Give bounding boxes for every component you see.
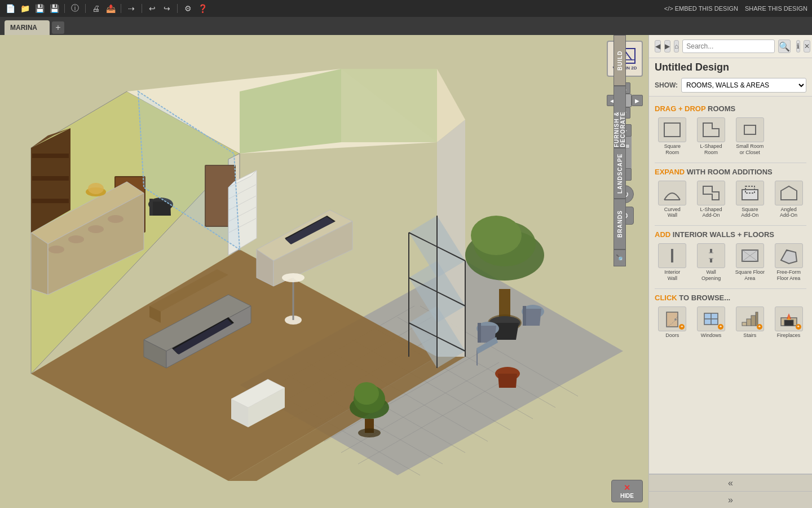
svg-marker-77 — [498, 374, 517, 388]
item-doors[interactable]: + Doors — [655, 306, 690, 339]
svg-point-126 — [674, 318, 677, 321]
svg-point-82 — [354, 382, 379, 405]
collapse-up-button[interactable]: « — [649, 474, 812, 491]
panel-close-button[interactable]: ✕ — [804, 40, 810, 52]
divider1 — [655, 163, 806, 163]
item-windows[interactable]: + Windows — [694, 306, 729, 339]
toolbar-right: </> EMBED THIS DESIGN SHARE THIS DESIGN — [664, 5, 807, 12]
export-icon[interactable]: 📤 — [105, 3, 116, 14]
svg-marker-109 — [703, 123, 719, 137]
svg-rect-87 — [32, 154, 69, 158]
side-tab-build[interactable]: BUILD — [614, 35, 626, 86]
panel-search-button[interactable]: 🔍 — [778, 40, 791, 53]
item-stairs[interactable]: + Stairs — [732, 306, 768, 339]
item-l-shaped-addon[interactable]: L-ShapedAdd-On — [694, 181, 729, 219]
svg-rect-88 — [32, 176, 69, 181]
doors-icon: + — [658, 306, 686, 331]
svg-marker-72 — [478, 323, 481, 343]
stairs-icon: + — [736, 306, 764, 331]
svg-marker-124 — [781, 250, 797, 264]
svg-marker-75 — [523, 306, 526, 326]
help-icon[interactable]: ❓ — [197, 3, 208, 14]
section-expand-title: EXPAND WITH ROOM ADDITIONS — [655, 168, 806, 176]
side-tab-search[interactable]: 🔍 — [614, 249, 626, 266]
divider3 — [655, 288, 806, 289]
info-icon[interactable]: ⓘ — [69, 3, 81, 14]
main-area: VIEW IN 2D ▲ ◀ ▶ ▼ + - ↻ ⚙ — [0, 35, 812, 508]
panel-forward-button[interactable]: ▶ — [664, 40, 670, 52]
item-angled-addon[interactable]: AngledAdd-On — [771, 181, 806, 219]
share-icon[interactable]: ⇢ — [126, 3, 137, 14]
svg-point-98 — [108, 215, 123, 223]
square-room-icon — [658, 117, 686, 142]
show-select[interactable]: ROOMS, WALLS & AREAS FLOORS ROOF ELECTRI… — [681, 78, 806, 93]
angled-addon-icon — [775, 181, 803, 205]
hide-x-icon: ✕ — [624, 483, 630, 492]
svg-point-65 — [471, 216, 522, 255]
section-interior-title: ADD INTERIOR WALLS + FLOORS — [655, 230, 806, 239]
settings-icon[interactable]: ⚙ — [182, 3, 193, 14]
svg-marker-74 — [524, 309, 541, 326]
l-shaped-room-icon — [697, 117, 725, 142]
hide-button[interactable]: ✕ HIDE — [611, 480, 643, 502]
tabbar: MARINA + — [0, 17, 812, 35]
print-icon[interactable]: 🖨 — [90, 3, 102, 14]
redo-icon[interactable]: ↪ — [161, 3, 173, 14]
square-floor-icon — [736, 243, 764, 268]
freeform-floor-icon — [775, 243, 803, 268]
canvas[interactable]: VIEW IN 2D ▲ ◀ ▶ ▼ + - ↻ ⚙ — [0, 35, 648, 508]
svg-point-97 — [88, 225, 104, 233]
new-icon[interactable]: 📄 — [5, 3, 16, 14]
item-wall-opening[interactable]: WallOpening — [694, 243, 729, 282]
svg-marker-59 — [31, 233, 48, 295]
svg-marker-115 — [781, 186, 797, 200]
windows-icon: + — [697, 306, 725, 331]
undo-icon[interactable]: ↩ — [147, 3, 158, 14]
item-l-shaped-room[interactable]: L-ShapedRoom — [694, 117, 729, 156]
svg-rect-108 — [664, 123, 680, 137]
embed-link[interactable]: </> EMBED THIS DESIGN — [664, 5, 738, 12]
item-square-room[interactable]: SquareRoom — [655, 117, 690, 156]
item-square-floor[interactable]: Square FloorArea — [732, 243, 768, 282]
svg-point-84 — [358, 428, 381, 437]
side-tab-furnish[interactable]: FURNISH & DECORATE — [614, 86, 626, 148]
save-icon[interactable]: 💾 — [34, 3, 45, 14]
nav-right-button[interactable]: ▶ — [632, 95, 643, 106]
add-tab-button[interactable]: + — [52, 21, 64, 34]
item-freeform-floor[interactable]: Free-FormFloor Area — [771, 243, 806, 282]
panel-info-button[interactable]: ℹ — [796, 40, 800, 52]
interior-grid: InteriorWall WallOpening — [655, 243, 806, 282]
svg-marker-101 — [149, 199, 153, 216]
svg-point-95 — [48, 246, 64, 253]
open-icon[interactable]: 📁 — [19, 3, 30, 14]
divider2 — [655, 225, 806, 226]
toolbar: 📄 📁 💾 💾 ⓘ 🖨 📤 ⇢ ↩ ↪ ⚙ ❓ </> EMBED THIS D… — [0, 0, 812, 17]
svg-rect-133 — [756, 312, 758, 326]
interior-wall-icon — [658, 243, 686, 268]
item-fireplaces[interactable]: + Fireplaces — [771, 306, 806, 339]
side-tabs: BUILD FURNISH & DECORATE LANDSCAPE BRAND… — [614, 35, 626, 266]
panel-search-input[interactable] — [682, 40, 775, 53]
sep2 — [85, 4, 86, 13]
item-small-room[interactable]: Small Roomor Closet — [732, 117, 768, 156]
collapse-down-button[interactable]: » — [649, 491, 812, 508]
share-link[interactable]: SHARE THIS DESIGN — [745, 5, 807, 12]
svg-marker-112 — [703, 186, 719, 200]
save-as-icon[interactable]: 💾 — [48, 3, 60, 14]
tab-marina[interactable]: MARINA — [5, 20, 50, 35]
section-browse-title: CLICK TO BROWSE... — [655, 294, 806, 302]
side-tab-brands[interactable]: BRANDS — [614, 199, 626, 249]
item-square-addon[interactable]: SquareAdd-On — [732, 181, 768, 219]
panel-header: ◀ ▶ ⌂ 🔍 ℹ ✕ — [649, 35, 812, 58]
panel-home-button[interactable]: ⌂ — [674, 40, 679, 52]
item-interior-wall[interactable]: InteriorWall — [655, 243, 690, 282]
side-tab-landscape[interactable]: LANDSCAPE — [614, 148, 626, 199]
square-addon-icon — [736, 181, 764, 205]
show-label: SHOW: — [655, 81, 678, 89]
item-curved-wall[interactable]: CurvedWall — [655, 181, 690, 219]
show-row: SHOW: ROOMS, WALLS & AREAS FLOORS ROOF E… — [649, 75, 812, 97]
l-shaped-addon-icon — [697, 181, 725, 205]
panel-back-button[interactable]: ◀ — [655, 40, 661, 52]
sep4 — [142, 4, 142, 13]
svg-rect-131 — [747, 319, 751, 326]
